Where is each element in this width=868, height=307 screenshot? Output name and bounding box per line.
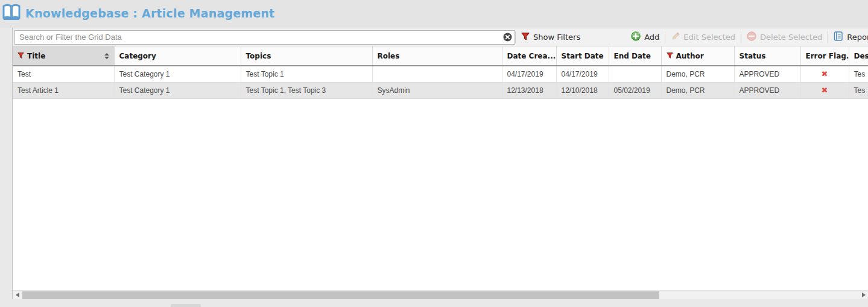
pencil-icon: [671, 32, 680, 43]
column-header-author[interactable]: Author: [661, 46, 734, 66]
search-wrap: [14, 30, 515, 45]
cell-error-flag: ✖: [800, 82, 849, 98]
add-button[interactable]: Add: [626, 30, 665, 45]
cell-category: Test Category 1: [114, 66, 241, 82]
scroll-right-arrow-icon[interactable]: [862, 293, 866, 297]
report-label: Report: [847, 33, 868, 42]
column-label: Category: [119, 52, 156, 60]
cell-author: Demo, PCR: [661, 66, 734, 82]
column-label: Title: [27, 52, 45, 60]
add-label: Add: [644, 33, 659, 42]
plus-circle-icon: [631, 31, 641, 43]
grid-panel: Show Filters Add: [12, 28, 868, 299]
cell-error-flag: ✖: [800, 66, 849, 82]
cell-start-date: 12/10/2018: [556, 82, 609, 98]
column-header-end-date[interactable]: End Date: [609, 46, 661, 66]
column-header-start-date[interactable]: Start Date: [556, 46, 609, 66]
table-row[interactable]: Test Test Category 1 Test Topic 1 04/17/…: [13, 66, 868, 82]
cell-topics: Test Topic 1: [241, 66, 372, 82]
edit-selected-button[interactable]: Edit Selected: [665, 30, 741, 45]
title-band: Knowledgebase : Article Management: [0, 0, 868, 28]
clear-search-icon[interactable]: [503, 33, 512, 42]
cell-topics: Test Topic 1, Test Topic 3: [241, 82, 372, 98]
column-label: Status: [740, 52, 766, 60]
horizontal-scrollbar[interactable]: [13, 290, 868, 299]
cell-status: APPROVED: [734, 82, 800, 98]
filter-funnel-icon[interactable]: [667, 52, 673, 60]
red-x-icon: ✖: [822, 86, 828, 95]
column-header-category[interactable]: Category: [114, 46, 241, 66]
column-label: Error Flag...: [806, 52, 849, 60]
column-header-description[interactable]: Des...: [849, 46, 868, 66]
column-header-roles[interactable]: Roles: [372, 46, 502, 66]
column-header-date-created[interactable]: Date Crea...: [502, 46, 556, 66]
cell-title: Test Article 1: [13, 82, 114, 98]
table-row[interactable]: Test Article 1 Test Category 1 Test Topi…: [13, 82, 868, 98]
show-filters-button[interactable]: Show Filters: [516, 30, 586, 45]
cell-end-date: 05/02/2019: [609, 82, 661, 98]
cell-author: Demo, PCR: [661, 82, 734, 98]
column-header-topics[interactable]: Topics: [241, 46, 372, 66]
filter-funnel-icon[interactable]: [17, 52, 24, 60]
grid-toolbar: Show Filters Add: [13, 28, 868, 46]
edit-selected-label: Edit Selected: [683, 33, 735, 42]
column-header-title[interactable]: Title: [13, 46, 114, 66]
scrollbar-thumb[interactable]: [22, 291, 659, 299]
column-label: Date Crea...: [507, 52, 556, 60]
delete-selected-button[interactable]: Delete Selected: [741, 30, 828, 45]
cell-roles: [372, 66, 502, 82]
column-header-status[interactable]: Status: [734, 46, 800, 66]
cell-description: Tes: [849, 66, 868, 82]
column-header-error-flag[interactable]: Error Flag...: [800, 46, 849, 66]
cell-description: Tes: [849, 82, 868, 98]
column-label: Roles: [378, 52, 400, 60]
delete-selected-label: Delete Selected: [760, 33, 822, 42]
header-row: Title Category Topics Roles Date Crea...…: [13, 46, 868, 66]
knowledgebase-book-icon: [1, 2, 22, 25]
column-label: Start Date: [562, 52, 604, 60]
cell-title: Test: [13, 66, 114, 82]
column-label: Author: [676, 52, 704, 60]
show-filters-label: Show Filters: [533, 33, 580, 42]
cell-end-date: [609, 66, 661, 82]
bottom-partial-element: [171, 304, 201, 307]
cell-date-created: 12/13/2018: [502, 82, 556, 98]
scroll-left-arrow-icon[interactable]: [16, 293, 19, 297]
cell-date-created: 04/17/2019: [502, 66, 556, 82]
column-label: End Date: [614, 52, 651, 60]
cell-roles: SysAdmin: [372, 82, 502, 98]
column-label: Topics: [246, 52, 271, 60]
filter-funnel-icon: [521, 33, 530, 42]
page-title: Knowledgebase : Article Management: [25, 7, 274, 20]
search-input[interactable]: [14, 30, 515, 45]
report-button[interactable]: Report: [828, 30, 868, 45]
cell-category: Test Category 1: [114, 82, 241, 98]
red-x-icon: ✖: [822, 69, 828, 78]
minus-circle-icon: [747, 31, 756, 43]
cell-status: APPROVED: [734, 66, 800, 82]
sort-arrows-icon: [104, 53, 109, 59]
column-label: Des...: [854, 52, 868, 60]
cell-start-date: 04/17/2019: [556, 66, 609, 82]
report-notebook-icon: [834, 31, 843, 43]
grid: Title Category Topics Roles Date Crea...…: [13, 46, 868, 99]
